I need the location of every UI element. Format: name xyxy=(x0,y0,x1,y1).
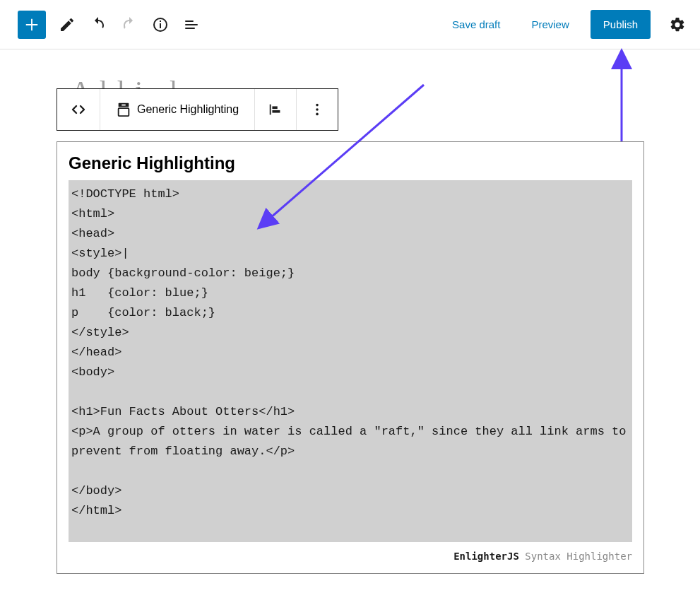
code-block-footer: EnlighterJS Syntax Highlighter xyxy=(69,542,632,562)
undo-icon xyxy=(90,16,107,33)
redo-button xyxy=(119,15,139,35)
footer-brand: EnlighterJS xyxy=(453,551,519,562)
pencil-icon xyxy=(59,16,76,33)
outline-button[interactable] xyxy=(182,15,201,35)
svg-line-13 xyxy=(265,85,424,223)
plus-icon xyxy=(24,17,40,33)
preview-button[interactable]: Preview xyxy=(521,11,579,37)
svg-rect-5 xyxy=(121,105,126,106)
edit-tool-button[interactable] xyxy=(57,15,77,35)
annotation-arrow-block xyxy=(254,78,438,236)
info-icon xyxy=(152,16,169,33)
redo-icon xyxy=(121,16,138,33)
info-button[interactable] xyxy=(150,15,170,35)
footer-text: Syntax Highlighter xyxy=(519,551,632,562)
list-icon xyxy=(183,16,200,33)
publish-button[interactable]: Publish xyxy=(591,10,651,39)
code-icon xyxy=(70,101,87,118)
svg-rect-2 xyxy=(160,20,161,22)
settings-button[interactable] xyxy=(669,16,686,33)
top-toolbar: Save draft Preview Publish xyxy=(0,0,700,49)
enlighter-icon xyxy=(116,102,131,117)
save-draft-button[interactable]: Save draft xyxy=(442,11,510,37)
undo-button[interactable] xyxy=(88,15,108,35)
svg-rect-1 xyxy=(160,23,161,28)
gear-icon xyxy=(669,16,686,33)
block-type-button[interactable] xyxy=(57,89,100,130)
block-name-button[interactable]: Generic Highlighting xyxy=(100,89,255,130)
block-name-label: Generic Highlighting xyxy=(137,103,239,116)
svg-rect-4 xyxy=(119,108,129,116)
annotation-arrow-publish xyxy=(611,53,632,148)
add-block-button[interactable] xyxy=(18,11,46,39)
